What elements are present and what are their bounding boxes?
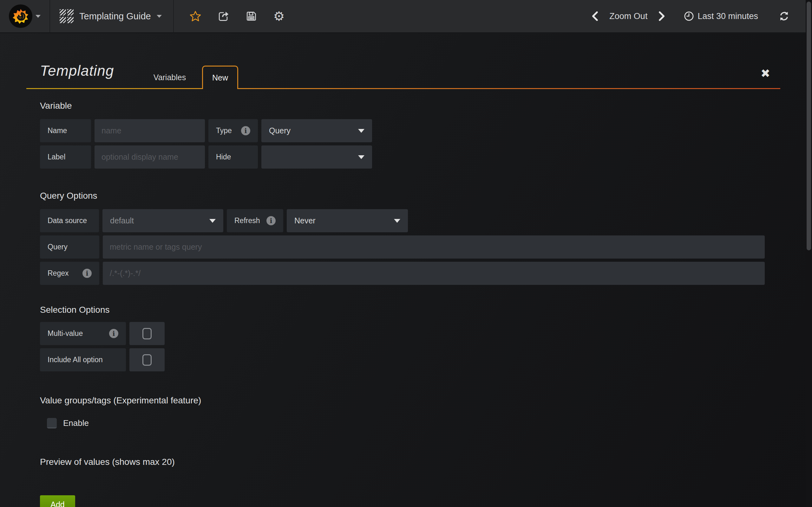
hide-select[interactable]: [261, 146, 372, 169]
chevron-down-icon: [394, 219, 400, 223]
info-icon[interactable]: i: [241, 126, 250, 135]
settings-gear-button[interactable]: ⚙: [273, 10, 286, 22]
panel-title: Templating: [40, 62, 114, 79]
label-label: Label: [40, 146, 91, 169]
type-label: Type i: [208, 119, 258, 142]
query-options-heading: Query Options: [40, 191, 97, 201]
regex-row: Regex i: [40, 262, 765, 285]
time-forward-button[interactable]: [656, 10, 668, 22]
chevron-down-icon: [209, 219, 216, 223]
dashboard-title-picker[interactable]: Templating Guide: [50, 0, 174, 32]
time-back-button[interactable]: [589, 10, 601, 22]
type-select[interactable]: Query: [261, 119, 372, 142]
star-favorite-button[interactable]: [189, 10, 202, 22]
checkbox-unchecked-icon: [142, 328, 152, 339]
tab-underline: [238, 88, 780, 89]
gear-icon: ⚙: [273, 10, 285, 22]
chevron-down-icon: [36, 15, 41, 18]
name-input[interactable]: [95, 119, 205, 142]
enable-label: Enable: [63, 418, 89, 428]
selection-options-heading: Selection Options: [40, 305, 109, 315]
tab-variables[interactable]: Variables: [144, 66, 195, 89]
share-button[interactable]: [217, 10, 230, 22]
zoom-out-button[interactable]: Zoom Out: [609, 11, 647, 21]
datasource-label: Data source: [40, 209, 99, 232]
refresh-label: Refresh i: [227, 209, 283, 232]
label-input-wrap: [95, 146, 205, 169]
tab-underline: [26, 88, 202, 89]
grafana-logo-icon: [9, 4, 32, 28]
info-icon[interactable]: i: [83, 269, 92, 278]
name-input-wrap: [95, 119, 205, 142]
name-label: Name: [40, 119, 91, 142]
save-button[interactable]: [245, 10, 258, 22]
query-row: Query: [40, 235, 765, 259]
preview-heading: Preview of values (shows max 20): [40, 457, 175, 467]
grafana-menu-button[interactable]: [0, 0, 50, 32]
regex-input-wrap: [103, 262, 765, 285]
regex-input[interactable]: [103, 262, 765, 285]
dashboard-title: Templating Guide: [79, 11, 151, 21]
include-all-label: Include All option: [40, 348, 126, 372]
datasource-select[interactable]: default: [102, 209, 223, 232]
enable-checkbox-row[interactable]: Enable: [47, 418, 89, 429]
value-groups-heading: Value groups/tags (Experimental feature): [40, 395, 201, 406]
scrollbar-track[interactable]: [806, 0, 812, 507]
refresh-select[interactable]: Never: [287, 209, 408, 232]
datasource-row: Data source default Refresh i Never: [40, 209, 408, 232]
checkbox-unchecked-icon: [142, 354, 152, 366]
regex-label: Regex i: [40, 262, 99, 285]
query-input[interactable]: [103, 235, 765, 259]
close-icon[interactable]: ✖: [761, 68, 770, 79]
info-icon[interactable]: i: [109, 329, 118, 338]
time-range-picker[interactable]: Last 30 minutes: [683, 11, 758, 21]
navbar: Templating Guide ⚙: [0, 0, 812, 33]
variable-label-row: Label Hide: [40, 146, 372, 169]
tab-new[interactable]: New: [202, 66, 238, 89]
scrollbar-thumb[interactable]: [807, 2, 811, 250]
multi-value-checkbox[interactable]: [130, 322, 165, 345]
multi-value-row: Multi-value i: [40, 322, 165, 345]
time-range-label: Last 30 minutes: [698, 11, 758, 21]
info-icon[interactable]: i: [266, 216, 275, 225]
add-button[interactable]: Add: [40, 495, 75, 507]
variable-name-row: Name Type i Query: [40, 119, 372, 142]
include-all-checkbox[interactable]: [130, 348, 165, 372]
clock-icon: [683, 11, 694, 21]
hide-label: Hide: [208, 146, 258, 169]
query-input-wrap: [103, 235, 765, 259]
chevron-down-icon: [157, 15, 162, 18]
label-input[interactable]: [95, 146, 205, 169]
dashboard-icon: [60, 9, 73, 23]
variable-heading: Variable: [40, 101, 72, 111]
multi-value-label: Multi-value i: [40, 322, 126, 345]
checkbox-unchecked-icon: [47, 418, 57, 429]
chevron-down-icon: [358, 129, 364, 133]
refresh-button[interactable]: [778, 10, 791, 22]
chevron-down-icon: [358, 155, 364, 159]
include-all-row: Include All option: [40, 348, 165, 372]
query-label: Query: [40, 235, 99, 259]
